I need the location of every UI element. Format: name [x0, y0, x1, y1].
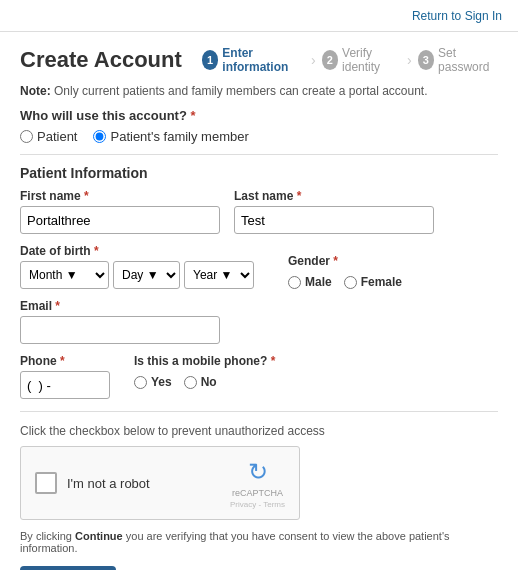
male-option[interactable]: Male: [288, 275, 332, 289]
step-2-circle: 2: [322, 50, 338, 70]
email-input[interactable]: [20, 316, 220, 344]
consent-text: By clicking Continue you are verifying t…: [20, 530, 498, 554]
first-name-input[interactable]: [20, 206, 220, 234]
patient-option[interactable]: Patient: [20, 129, 77, 144]
mobile-group: Is this a mobile phone? * Yes No: [134, 354, 275, 389]
return-to-signin-link[interactable]: Return to Sign In: [412, 9, 502, 23]
gender-group: Gender * Male Female: [288, 254, 402, 289]
step-3: 3 Set password: [418, 46, 498, 74]
dob-month-select[interactable]: Month ▼ JanuaryFebruaryMarch AprilMayJun…: [20, 261, 109, 289]
last-name-group: Last name *: [234, 189, 434, 234]
dob-selects: Month ▼ JanuaryFebruaryMarch AprilMayJun…: [20, 261, 254, 289]
captcha-box[interactable]: I'm not a robot ↻ reCAPTCHA Privacy - Te…: [20, 446, 300, 520]
last-name-input[interactable]: [234, 206, 434, 234]
gender-options: Male Female: [288, 275, 402, 289]
step-1-circle: 1: [202, 50, 219, 70]
first-name-label: First name *: [20, 189, 220, 203]
male-radio[interactable]: [288, 276, 301, 289]
family-radio[interactable]: [93, 130, 106, 143]
phone-input[interactable]: [20, 371, 110, 399]
captcha-checkbox[interactable]: [35, 472, 57, 494]
captcha-note: Click the checkbox below to prevent unau…: [20, 424, 498, 438]
email-label: Email *: [20, 299, 220, 313]
family-label: Patient's family member: [110, 129, 248, 144]
recaptcha-label: reCAPTCHA: [232, 488, 283, 498]
step-2: 2 Verify identity: [322, 46, 401, 74]
patient-radio[interactable]: [20, 130, 33, 143]
steps-indicator: 1 Enter information › 2 Verify identity …: [202, 46, 498, 74]
last-name-label: Last name *: [234, 189, 434, 203]
step-sep-1: ›: [311, 52, 316, 68]
gender-label: Gender *: [288, 254, 402, 268]
mobile-radios: Yes No: [134, 375, 275, 389]
who-radio-group: Patient Patient's family member: [20, 129, 498, 144]
consent-link-text: Continue: [75, 530, 123, 542]
name-row: First name * Last name *: [20, 189, 498, 234]
phone-label: Phone *: [20, 354, 110, 368]
continue-button[interactable]: Continue: [20, 566, 116, 570]
who-label: Who will use this account? *: [20, 108, 498, 123]
dob-day-select[interactable]: Day ▼ 12345 678910 15202531: [113, 261, 180, 289]
top-bar: Return to Sign In: [0, 0, 518, 32]
female-option[interactable]: Female: [344, 275, 402, 289]
step-2-label: Verify identity: [342, 46, 401, 74]
no-option[interactable]: No: [184, 375, 217, 389]
mobile-label: Is this a mobile phone? *: [134, 354, 275, 368]
recaptcha-sublabel: Privacy - Terms: [230, 500, 285, 509]
note-prefix: Note:: [20, 84, 51, 98]
no-label: No: [201, 375, 217, 389]
dob-label: Date of birth *: [20, 244, 254, 258]
captcha-section: Click the checkbox below to prevent unau…: [20, 424, 498, 520]
step-1-label: Enter information: [222, 46, 305, 74]
consent-prefix: By clicking: [20, 530, 75, 542]
dob-year-select[interactable]: Year ▼ 2005200019951990 1985198019751970: [184, 261, 254, 289]
female-label: Female: [361, 275, 402, 289]
yes-radio[interactable]: [134, 376, 147, 389]
dob-group: Date of birth * Month ▼ JanuaryFebruaryM…: [20, 244, 254, 289]
step-1: 1 Enter information: [202, 46, 305, 74]
yes-label: Yes: [151, 375, 172, 389]
note-body: Only current patients and family members…: [51, 84, 428, 98]
male-label: Male: [305, 275, 332, 289]
phone-group: Phone *: [20, 354, 110, 399]
patient-label: Patient: [37, 129, 77, 144]
captcha-text: I'm not a robot: [67, 476, 150, 491]
captcha-right: ↻ reCAPTCHA Privacy - Terms: [230, 458, 285, 509]
first-name-group: First name *: [20, 189, 220, 234]
divider-1: [20, 154, 498, 155]
captcha-left: I'm not a robot: [35, 472, 150, 494]
female-radio[interactable]: [344, 276, 357, 289]
email-group: Email *: [20, 299, 220, 344]
no-radio[interactable]: [184, 376, 197, 389]
family-option[interactable]: Patient's family member: [93, 129, 248, 144]
step-sep-2: ›: [407, 52, 412, 68]
yes-option[interactable]: Yes: [134, 375, 172, 389]
dob-gender-row: Date of birth * Month ▼ JanuaryFebruaryM…: [20, 244, 498, 289]
page-title: Create Account: [20, 47, 182, 73]
divider-2: [20, 411, 498, 412]
email-row: Email *: [20, 299, 498, 344]
step-3-circle: 3: [418, 50, 434, 70]
note-text: Note: Only current patients and family m…: [20, 84, 498, 98]
step-3-label: Set password: [438, 46, 498, 74]
phone-row: Phone * Is this a mobile phone? * Yes No: [20, 354, 498, 399]
patient-info-title: Patient Information: [20, 165, 498, 181]
recaptcha-icon: ↻: [248, 458, 268, 486]
